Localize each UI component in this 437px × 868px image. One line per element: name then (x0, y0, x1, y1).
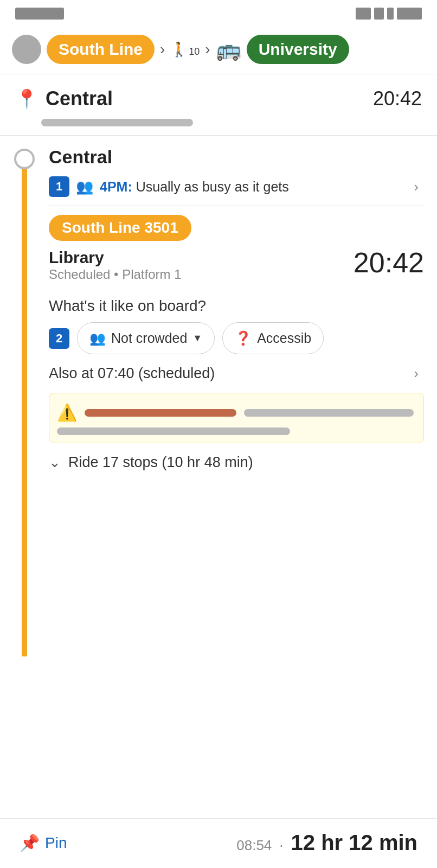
timeline-column (0, 136, 49, 656)
access-label: Accessib (257, 330, 311, 346)
timeline-line (22, 168, 27, 656)
current-stop-header: 📍 Central 20:42 (0, 74, 437, 113)
step1-row[interactable]: 1 👥 4PM: Usually as busy as it gets › (49, 176, 424, 197)
question-circle-icon: ❓ (235, 330, 252, 346)
alert-bar-gray-short (244, 409, 414, 417)
chevron-down-icon: ⌄ (49, 454, 61, 471)
alert-row: ⚠️ (57, 403, 414, 422)
bottom-separator: · (279, 837, 283, 854)
alert-bar-orange (85, 409, 236, 417)
current-stop-name: Central (46, 87, 113, 110)
busy-time: 4PM: (100, 179, 132, 194)
platform-info: Scheduled • Platform 1 (49, 267, 182, 282)
signal-icon-2 (374, 8, 384, 20)
busy-text: 4PM: Usually as busy as it gets (100, 179, 289, 195)
main-content: Central 1 👥 4PM: Usually as busy as it g… (0, 136, 437, 656)
progress-bar-container (0, 113, 437, 135)
alert-bar-gray (57, 427, 290, 435)
location-pin-icon: 📍 (15, 88, 38, 110)
step-badge-1: 1 (49, 176, 69, 197)
chevron-right-icon: › (160, 41, 165, 58)
destination-name: Library (49, 248, 182, 267)
chevron-right-icon-2: › (205, 41, 210, 58)
bottom-duration: 12 hr 12 min (291, 831, 417, 855)
back-button[interactable] (12, 35, 41, 64)
step-badge-2: 2 (49, 328, 69, 349)
ride-stops-row[interactable]: ⌄ Ride 17 stops (10 hr 48 min) (49, 454, 424, 471)
status-time (15, 8, 64, 20)
scheduled-time: 20:42 (354, 248, 424, 277)
crowd-label: Not crowded (111, 330, 187, 346)
destination-row: Library Scheduled • Platform 1 20:42 (49, 248, 424, 295)
south-line-badge[interactable]: South Line (47, 35, 155, 64)
signal-icon-3 (387, 8, 394, 20)
people-icon: 👥 (76, 178, 93, 195)
pin-label: Pin (45, 834, 67, 852)
bottom-bar: 📌 Pin 08:54 · 12 hr 12 min (0, 818, 437, 868)
crowd-people-icon: 👥 (89, 331, 106, 346)
crowd-button[interactable]: 👥 Not crowded ▼ (77, 322, 215, 354)
progress-bar (41, 119, 193, 126)
step2-row: 2 👥 Not crowded ▼ ❓ Accessib (49, 322, 424, 354)
nav-row: South Line › 🚶10 › 🚌 University (0, 25, 437, 74)
also-at-chevron-icon: › (414, 365, 419, 382)
battery-icon (397, 8, 422, 20)
alert-box: ⚠️ (49, 393, 424, 443)
also-at-row[interactable]: Also at 07:40 (scheduled) › (49, 365, 424, 382)
thin-divider-1 (49, 206, 424, 206)
timeline-dot (14, 149, 35, 169)
step1-chevron-icon: › (414, 178, 419, 195)
status-icons (356, 8, 422, 20)
content-column: Central 1 👥 4PM: Usually as busy as it g… (49, 136, 437, 656)
busy-detail: Usually as busy as it gets (132, 179, 289, 194)
accessibility-button[interactable]: ❓ Accessib (222, 322, 324, 354)
dropdown-icon: ▼ (192, 333, 202, 344)
onboard-question: What's it like on board? (49, 297, 424, 315)
stop-name: Central (49, 146, 424, 168)
bottom-clock: 08:54 (236, 837, 272, 854)
bus-line-badge[interactable]: South Line 3501 (49, 215, 191, 241)
bottom-time-info: 08:54 · 12 hr 12 min (236, 831, 417, 855)
current-stop-time: 20:42 (373, 87, 422, 110)
warning-icon: ⚠️ (57, 403, 77, 422)
university-badge[interactable]: University (247, 35, 349, 64)
bus-icon: 🚌 (216, 37, 241, 61)
signal-icon (356, 8, 371, 20)
pin-button[interactable]: 📌 Pin (20, 833, 67, 852)
also-at-text: Also at 07:40 (scheduled) (49, 365, 215, 382)
ride-stops-text: Ride 17 stops (10 hr 48 min) (68, 454, 253, 471)
pin-icon: 📌 (20, 833, 40, 852)
status-bar (0, 0, 437, 25)
walk-info: 🚶10 (170, 41, 200, 58)
